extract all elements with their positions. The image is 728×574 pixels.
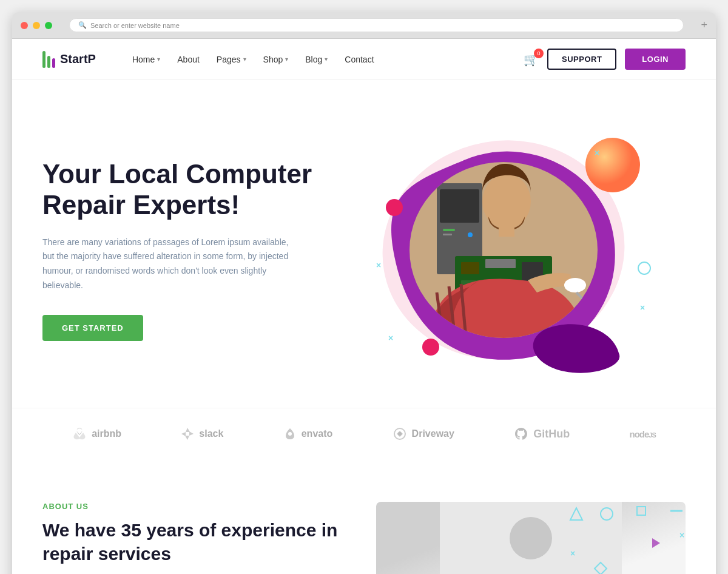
svg-rect-13 bbox=[443, 229, 455, 231]
nav-menu: Home ▾ About Pages ▾ bbox=[132, 55, 524, 64]
svg-text:×: × bbox=[679, 530, 684, 540]
svg-rect-38 bbox=[637, 507, 645, 515]
nav-actions: 🛒 0 SUPPORT LOGIN bbox=[524, 49, 686, 70]
brands-section: airbnb slack envato bbox=[12, 408, 716, 471]
support-button[interactable]: SUPPORT bbox=[547, 49, 616, 70]
svg-point-37 bbox=[601, 508, 613, 520]
hero-illustration: × × × × bbox=[358, 123, 661, 377]
logo-text: StartP bbox=[60, 52, 96, 66]
svg-marker-40 bbox=[652, 538, 660, 548]
nav-about-label: About bbox=[177, 55, 200, 64]
driveway-icon bbox=[393, 427, 407, 441]
svg-marker-36 bbox=[570, 508, 582, 520]
cart-badge: 0 bbox=[534, 49, 544, 58]
svg-rect-12 bbox=[440, 189, 479, 223]
svg-point-33 bbox=[398, 432, 402, 436]
brand-nodejs: nodeJS bbox=[630, 429, 656, 439]
address-text: Search or enter website name bbox=[90, 22, 180, 29]
page-content: StartP Home ▾ About Pages bbox=[12, 39, 716, 574]
driveway-label: Driveway bbox=[412, 428, 454, 439]
get-started-button[interactable]: GET STARTED bbox=[42, 315, 143, 341]
logo-bar-3 bbox=[52, 58, 55, 68]
minimize-button[interactable] bbox=[33, 22, 40, 29]
nav-item-shop[interactable]: Shop ▾ bbox=[263, 55, 289, 64]
brand-github: GitHub bbox=[514, 427, 570, 441]
logo[interactable]: StartP bbox=[42, 51, 96, 68]
slack-label: slack bbox=[199, 428, 223, 439]
logo-bar-1 bbox=[42, 51, 46, 68]
about-section: ABOUT US We have 35 years of experience … bbox=[12, 471, 716, 574]
svg-point-29 bbox=[564, 278, 586, 292]
nav-item-pages[interactable]: Pages ▾ bbox=[217, 55, 246, 64]
about-image-wrap: × × × × bbox=[376, 502, 686, 574]
hero-content: Your Local Computer Repair Experts! Ther… bbox=[42, 159, 334, 340]
github-icon bbox=[514, 427, 528, 441]
about-decorations: × × × × bbox=[558, 496, 692, 574]
nav-home-label: Home bbox=[132, 55, 155, 64]
svg-point-31 bbox=[288, 432, 292, 436]
logo-icon bbox=[42, 51, 55, 68]
about-deco-svg: × × × × bbox=[558, 496, 692, 574]
envato-label: envato bbox=[302, 428, 333, 439]
svg-text:×: × bbox=[595, 148, 599, 158]
about-content: ABOUT US We have 35 years of experience … bbox=[42, 502, 352, 574]
svg-point-2 bbox=[386, 199, 403, 216]
chevron-down-icon-pages: ▾ bbox=[243, 56, 246, 62]
nav-pages-label: Pages bbox=[217, 55, 241, 64]
svg-point-8 bbox=[638, 262, 650, 274]
airbnb-icon bbox=[72, 427, 87, 441]
svg-rect-17 bbox=[461, 262, 479, 274]
brands-row: airbnb slack envato bbox=[42, 427, 686, 441]
nav-item-about[interactable]: About bbox=[177, 55, 200, 64]
svg-point-35 bbox=[510, 517, 552, 559]
svg-point-15 bbox=[468, 232, 473, 237]
svg-rect-28 bbox=[499, 225, 514, 237]
brand-driveway: Driveway bbox=[393, 427, 454, 441]
logo-bar-2 bbox=[47, 56, 50, 68]
about-title: We have 35 years of experience in repair… bbox=[42, 518, 352, 566]
nav-contact-label: Contact bbox=[345, 55, 374, 64]
svg-text:×: × bbox=[376, 260, 381, 270]
maximize-button[interactable] bbox=[45, 22, 52, 29]
nav-shop-label: Shop bbox=[263, 55, 283, 64]
login-button[interactable]: LOGIN bbox=[625, 49, 686, 70]
navbar: StartP Home ▾ About Pages bbox=[12, 39, 716, 80]
close-button[interactable] bbox=[21, 22, 28, 29]
svg-point-3 bbox=[422, 339, 439, 356]
chevron-down-icon-blog: ▾ bbox=[325, 56, 328, 62]
brand-airbnb: airbnb bbox=[72, 427, 121, 441]
svg-text:×: × bbox=[640, 303, 645, 312]
nav-item-contact[interactable]: Contact bbox=[345, 55, 374, 64]
svg-text:×: × bbox=[570, 549, 575, 558]
brand-slack: slack bbox=[181, 427, 223, 441]
chevron-down-icon: ▾ bbox=[157, 56, 160, 62]
svg-rect-14 bbox=[443, 234, 452, 235]
address-bar[interactable]: 🔍 Search or enter website name bbox=[69, 18, 684, 32]
hero-section: Your Local Computer Repair Experts! Ther… bbox=[12, 80, 716, 408]
nav-item-blog[interactable]: Blog ▾ bbox=[305, 55, 328, 64]
cart-button[interactable]: 🛒 0 bbox=[524, 52, 539, 67]
chevron-down-icon-shop: ▾ bbox=[285, 56, 288, 62]
svg-rect-18 bbox=[485, 259, 516, 268]
svg-text:×: × bbox=[388, 333, 393, 343]
new-tab-button[interactable]: + bbox=[701, 19, 707, 32]
browser-titlebar: 🔍 Search or enter website name + bbox=[12, 12, 716, 39]
github-label: GitHub bbox=[533, 428, 570, 441]
envato-icon bbox=[283, 427, 297, 441]
nav-item-home[interactable]: Home ▾ bbox=[132, 55, 160, 64]
search-icon: 🔍 bbox=[78, 21, 87, 29]
brand-envato: envato bbox=[283, 427, 333, 441]
nodejs-label: nodeJS bbox=[630, 429, 656, 439]
about-label: ABOUT US bbox=[42, 502, 352, 511]
slack-icon bbox=[181, 427, 194, 441]
airbnb-label: airbnb bbox=[92, 428, 121, 439]
svg-point-1 bbox=[585, 138, 640, 192]
hero-description: There are many variations of passages of… bbox=[42, 235, 297, 293]
nav-blog-label: Blog bbox=[305, 55, 322, 64]
hero-visual: × × × × bbox=[334, 116, 686, 383]
hero-title: Your Local Computer Repair Experts! bbox=[42, 159, 334, 220]
